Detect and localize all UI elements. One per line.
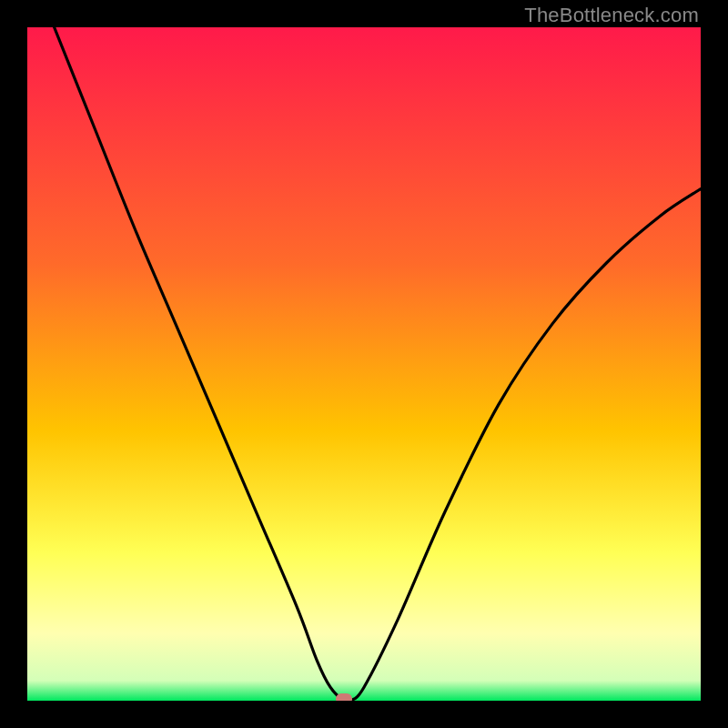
bottleneck-curve: [27, 27, 701, 701]
optimum-marker: [336, 693, 352, 701]
watermark-text: TheBottleneck.com: [524, 4, 699, 27]
chart-frame: TheBottleneck.com: [0, 0, 728, 728]
plot-area: [27, 27, 701, 701]
